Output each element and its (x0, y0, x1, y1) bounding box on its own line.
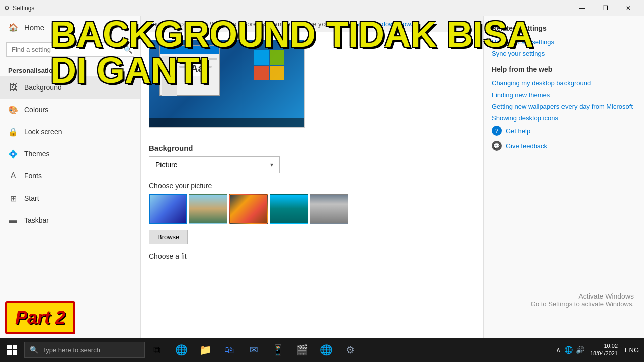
tray-up-arrow[interactable]: ∧ (556, 346, 561, 354)
activate-watermark: Activate Windows Go to Settings to activ… (531, 292, 634, 308)
title-bar-title: Settings (13, 5, 34, 12)
background-type-dropdown[interactable]: Picture ▾ (149, 156, 280, 173)
picture-thumb-5[interactable] (310, 194, 348, 224)
start-button[interactable] (0, 338, 24, 362)
preview-window-title (160, 46, 219, 54)
fonts-icon: A (8, 171, 18, 181)
taskbar-search-box[interactable]: 🔍 Type here to search (24, 342, 145, 358)
help-link-wallpapers[interactable]: Getting new wallpapers every day from Mi… (492, 103, 636, 110)
taskbar-app-6[interactable]: 📱 (266, 338, 290, 362)
taskbar-date: 18/04/2021 (590, 350, 618, 357)
taskbar-media[interactable]: 🎬 (290, 338, 314, 362)
taskbar-clock[interactable]: 10:02 18/04/2021 (586, 342, 622, 358)
search-input[interactable] (6, 42, 134, 57)
picture-thumb-1[interactable] (149, 194, 187, 224)
taskbar-store[interactable]: 🛍 (217, 338, 242, 362)
help-link-new-themes[interactable]: Finding new themes (492, 91, 636, 99)
sidebar: 🏠 Home 🔍 Personalisation 🖼 Background 🎨 … (0, 16, 141, 338)
win-logo-block (7, 345, 12, 349)
get-help-item[interactable]: ? Get help (492, 126, 636, 136)
sidebar-item-themes[interactable]: 💠 Themes (0, 143, 140, 165)
sidebar-item-background[interactable]: 🖼 Background (0, 76, 140, 99)
title-bar: ⚙ Settings — ❐ ✕ (0, 0, 644, 16)
taskbar-search-text: Type here to search (42, 346, 100, 354)
main-content: You need to activate Windows before you … (141, 16, 483, 338)
minimize-button[interactable]: — (571, 0, 594, 16)
taskbar-tray-icons: ∧ 🌐 🔊 (556, 346, 584, 354)
give-feedback-icon: 💬 (492, 141, 502, 151)
maximize-button[interactable]: ❐ (594, 0, 617, 16)
close-button[interactable]: ✕ (617, 0, 640, 16)
taskbar-mail[interactable]: ✉ (242, 338, 266, 362)
preview-taskbar-mini (149, 118, 304, 127)
preview-sidebar-mini (162, 56, 177, 96)
give-feedback-link[interactable]: Give feedback (506, 142, 547, 150)
taskbar-search-icon: 🔍 (30, 346, 38, 354)
colours-icon: 🎨 (8, 105, 18, 115)
sidebar-item-colours[interactable]: 🎨 Colours (0, 99, 140, 121)
dropdown-arrow-icon: ▾ (270, 161, 273, 168)
preview-aa-icon: Aa (188, 61, 207, 76)
sidebar-item-start[interactable]: ⊞ Start (0, 187, 140, 209)
home-icon: 🏠 (8, 22, 18, 32)
tray-network-icon[interactable]: 🌐 (564, 346, 573, 354)
dropdown-value: Picture (155, 161, 178, 169)
preview-line (179, 58, 217, 60)
help-link-desktop-icons[interactable]: Showing desktop icons (492, 114, 636, 122)
taskbar-language[interactable]: ENG (624, 338, 640, 362)
tray-speaker-icon[interactable]: 🔊 (576, 346, 584, 354)
start-logo (7, 345, 17, 355)
taskbar-time: 10:02 (590, 342, 618, 350)
taskbar-icon: ▬ (8, 215, 18, 225)
taskbar-tray: ∧ 🌐 🔊 10:02 18/04/2021 ENG (552, 338, 644, 362)
win-logo-block (7, 350, 12, 355)
get-help-link[interactable]: Get help (506, 127, 530, 135)
choose-fit-label: Choose a fit (141, 252, 483, 264)
related-link-sync[interactable]: Sync your settings (492, 50, 636, 57)
related-title: Related Settings (492, 24, 636, 32)
sidebar-home[interactable]: 🏠 Home (0, 16, 140, 38)
search-button[interactable]: 🔍 (124, 46, 132, 54)
sidebar-item-taskbar[interactable]: ▬ Taskbar (0, 209, 140, 231)
preview-image: Aa (149, 40, 305, 128)
sidebar-item-lock-screen[interactable]: 🔒 Lock screen (0, 121, 140, 143)
give-feedback-item[interactable]: 💬 Give feedback (492, 141, 636, 151)
help-link-desktop-bg[interactable]: Changing my desktop background (492, 79, 636, 87)
preview-window: Aa (159, 45, 220, 96)
browse-button[interactable]: Browse (149, 230, 188, 244)
activation-message: You need to activate Windows before you … (149, 20, 344, 28)
search-box: 🔍 (6, 42, 134, 57)
win-logo-yellow (270, 66, 285, 81)
win-logo-block (13, 350, 17, 355)
title-bar-controls: — ❐ ✕ (571, 0, 640, 16)
taskbar-edge[interactable]: 🌐 (169, 338, 193, 362)
taskbar-apps: ⧉ 🌐 📁 🛍 ✉ 📱 🎬 🌐 ⚙ (145, 338, 362, 362)
taskbar-chrome[interactable]: 🌐 (314, 338, 338, 362)
right-panel: Related Settings High contrast settings … (483, 16, 644, 338)
picture-thumb-4[interactable] (270, 194, 308, 224)
sidebar-item-fonts[interactable]: A Fonts (0, 165, 140, 187)
get-help-icon: ? (492, 126, 502, 136)
sidebar-item-lock-label: Lock screen (24, 128, 62, 136)
win-logo-red (254, 66, 269, 81)
sidebar-section-title: Personalisation (0, 61, 140, 76)
dropdown-row: Picture ▾ (141, 156, 483, 182)
picture-thumb-2[interactable] (189, 194, 227, 224)
preview-win-logo (254, 50, 284, 80)
win-logo (254, 50, 284, 80)
win-logo-blue (254, 50, 269, 65)
sidebar-item-colours-label: Colours (24, 106, 48, 114)
activation-link[interactable]: Activate Windows now. (346, 20, 413, 28)
taskbar-settings-app[interactable]: ⚙ (338, 338, 362, 362)
background-icon: 🖼 (8, 82, 18, 93)
related-link-contrast[interactable]: High contrast settings (492, 38, 636, 46)
choose-picture-label: Choose your picture (141, 182, 483, 194)
lock-icon: 🔒 (8, 127, 18, 137)
taskbar-task-view[interactable]: ⧉ (145, 338, 169, 362)
taskbar: 🔍 Type here to search ⧉ 🌐 📁 🛍 ✉ 📱 🎬 🌐 ⚙ … (0, 338, 644, 362)
sidebar-item-background-label: Background (24, 83, 62, 92)
background-section-label: Background (141, 136, 483, 156)
picture-thumb-3[interactable] (229, 194, 268, 224)
activate-watermark-desc: Go to Settings to activate Windows. (531, 300, 634, 308)
taskbar-explorer[interactable]: 📁 (193, 338, 217, 362)
